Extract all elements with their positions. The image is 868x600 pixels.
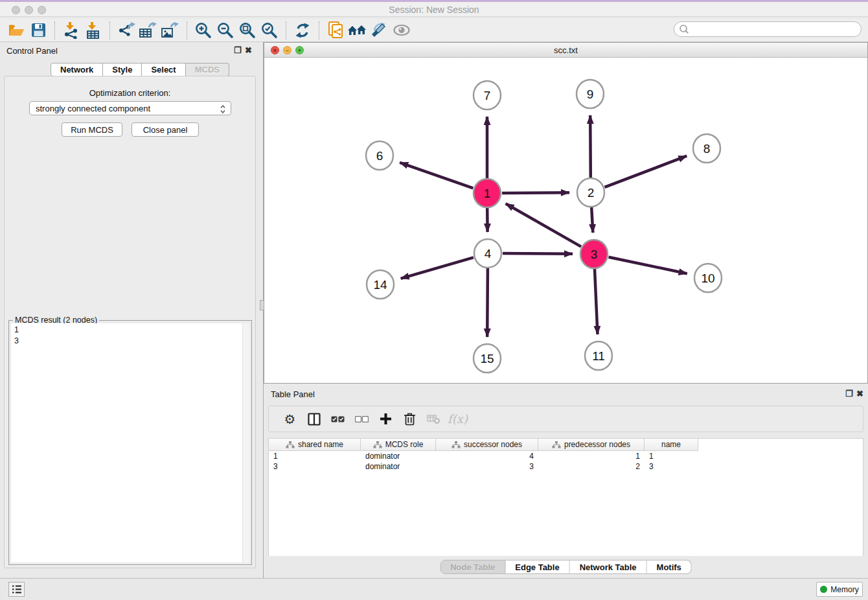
graph-node-2[interactable]: 2 bbox=[577, 178, 604, 207]
close-table-panel-icon[interactable]: ✖ bbox=[856, 389, 863, 398]
paintbrush-icon bbox=[371, 22, 388, 39]
graph-node-3[interactable]: 3 bbox=[580, 240, 608, 268]
open-session-button[interactable] bbox=[5, 21, 27, 40]
network-canvas[interactable]: 7968124314101511 bbox=[264, 58, 867, 383]
cell-name[interactable]: 1 bbox=[645, 452, 698, 461]
tab-edge-table[interactable]: Edge Table bbox=[505, 560, 569, 574]
cell-mcds-role[interactable]: dominator bbox=[361, 462, 436, 471]
edge-2-8[interactable] bbox=[605, 156, 687, 187]
criterion-value: strongly connected component bbox=[36, 104, 150, 113]
result-scrollbar[interactable] bbox=[242, 323, 249, 562]
mcds-result-text[interactable]: 1 3 bbox=[11, 323, 242, 562]
table-row[interactable]: 1 dominator 4 1 1 bbox=[269, 451, 863, 461]
edge-2-3[interactable] bbox=[591, 207, 593, 233]
zoom-fit-button[interactable] bbox=[236, 21, 258, 40]
graph-node-6[interactable]: 6 bbox=[366, 141, 393, 170]
table-settings-button[interactable]: ⚙ bbox=[278, 408, 302, 430]
cell-successor-nodes[interactable]: 3 bbox=[436, 462, 538, 471]
svg-text:7: 7 bbox=[484, 89, 491, 102]
tab-network-table[interactable]: Network Table bbox=[570, 560, 647, 574]
edge-4-3[interactable] bbox=[503, 253, 573, 254]
hide-selected-button[interactable] bbox=[391, 21, 413, 40]
export-network-button[interactable] bbox=[115, 21, 137, 40]
column-header-name[interactable]: name bbox=[645, 439, 698, 451]
cell-successor-nodes[interactable]: 4 bbox=[436, 452, 538, 461]
annotation-brush-button[interactable] bbox=[369, 21, 391, 40]
add-column-button[interactable] bbox=[374, 408, 398, 430]
tab-node-table[interactable]: Node Table bbox=[440, 560, 505, 574]
select-all-button[interactable] bbox=[326, 408, 350, 430]
show-columns-button[interactable] bbox=[302, 408, 326, 430]
import-table-icon bbox=[85, 22, 102, 39]
graph-node-10[interactable]: 10 bbox=[694, 264, 722, 292]
zoom-out-button[interactable] bbox=[214, 21, 236, 40]
cell-shared-name[interactable]: 1 bbox=[269, 452, 361, 461]
edge-2-9[interactable] bbox=[590, 115, 591, 178]
export-image-button[interactable] bbox=[159, 21, 181, 40]
edge-1-6[interactable] bbox=[400, 163, 473, 189]
column-header-mcds-role[interactable]: MCDS role bbox=[361, 439, 436, 451]
memory-status-icon bbox=[820, 586, 827, 593]
graph-node-8[interactable]: 8 bbox=[693, 134, 720, 163]
delete-column-button[interactable] bbox=[398, 408, 422, 430]
edge-1-2[interactable] bbox=[502, 192, 569, 193]
delete-table-button[interactable] bbox=[422, 408, 446, 430]
column-header-successor-nodes[interactable]: successor nodes bbox=[436, 439, 538, 451]
unselect-all-button[interactable] bbox=[350, 408, 374, 430]
tab-style[interactable]: Style bbox=[103, 63, 142, 76]
edge-3-11[interactable] bbox=[595, 269, 598, 334]
tab-motifs[interactable]: Motifs bbox=[647, 560, 692, 574]
first-neighbors-button[interactable] bbox=[347, 21, 369, 40]
network-window-titlebar[interactable]: × − + scc.txt bbox=[264, 43, 867, 58]
close-panel-icon[interactable]: ✖ bbox=[245, 45, 252, 55]
import-table-button[interactable] bbox=[82, 21, 104, 40]
edge-4-14[interactable] bbox=[401, 257, 474, 278]
import-network-button[interactable] bbox=[60, 21, 82, 40]
cell-name[interactable]: 3 bbox=[645, 462, 698, 471]
cell-shared-name[interactable]: 3 bbox=[269, 462, 361, 471]
table-row[interactable]: 3 dominator 3 2 3 bbox=[269, 461, 863, 472]
zoom-selected-button[interactable] bbox=[258, 21, 280, 40]
control-panel-title: Control Panel bbox=[6, 46, 58, 56]
column-header-shared-name[interactable]: shared name bbox=[269, 439, 361, 451]
cell-predecessor-nodes[interactable]: 1 bbox=[538, 452, 645, 461]
graph-node-9[interactable]: 9 bbox=[577, 80, 604, 108]
graph-node-14[interactable]: 14 bbox=[367, 270, 394, 299]
graph-node-11[interactable]: 11 bbox=[585, 341, 612, 370]
search-input[interactable] bbox=[674, 21, 862, 37]
zoom-in-button[interactable] bbox=[192, 21, 214, 40]
graph-node-15[interactable]: 15 bbox=[474, 344, 501, 373]
tab-mcds[interactable]: MCDS bbox=[186, 63, 229, 76]
memory-button[interactable]: Memory bbox=[816, 582, 863, 597]
edge-3-1[interactable] bbox=[506, 203, 581, 246]
graph-node-7[interactable]: 7 bbox=[474, 81, 501, 110]
node-table: shared name MCDS role successor nodes pr… bbox=[268, 438, 863, 556]
zoom-selected-icon bbox=[261, 22, 278, 39]
run-mcds-button[interactable]: Run MCDS bbox=[62, 122, 122, 137]
edge-4-15[interactable] bbox=[487, 268, 488, 337]
svg-text:4: 4 bbox=[485, 247, 492, 260]
close-panel-button[interactable]: Close panel bbox=[131, 122, 199, 137]
cell-predecessor-nodes[interactable]: 2 bbox=[538, 462, 645, 471]
graph-node-1[interactable]: 1 bbox=[474, 179, 501, 207]
function-builder-button[interactable]: f(x) bbox=[446, 408, 470, 430]
edge-3-10[interactable] bbox=[609, 257, 687, 274]
float-panel-icon[interactable]: ❐ bbox=[234, 45, 242, 55]
save-floppy-icon bbox=[31, 23, 46, 38]
cell-mcds-role[interactable]: dominator bbox=[361, 452, 436, 461]
tree-icon bbox=[552, 441, 561, 448]
float-table-panel-icon[interactable]: ❐ bbox=[845, 389, 853, 398]
tab-network[interactable]: Network bbox=[51, 63, 103, 76]
column-header-predecessor-nodes[interactable]: predecessor nodes bbox=[538, 439, 645, 451]
new-network-from-selection-button[interactable] bbox=[325, 21, 347, 40]
show-panels-button[interactable] bbox=[8, 582, 25, 597]
status-bar: Memory bbox=[0, 578, 868, 600]
tab-select[interactable]: Select bbox=[142, 63, 185, 76]
criterion-select[interactable]: strongly connected component bbox=[29, 101, 231, 115]
graph-node-4[interactable]: 4 bbox=[474, 239, 501, 268]
refresh-view-button[interactable] bbox=[291, 21, 314, 40]
export-table-button[interactable] bbox=[137, 21, 159, 40]
table-splitter[interactable] bbox=[264, 384, 868, 388]
save-session-button[interactable] bbox=[27, 21, 49, 40]
window-title: Session: New Session bbox=[0, 5, 868, 15]
